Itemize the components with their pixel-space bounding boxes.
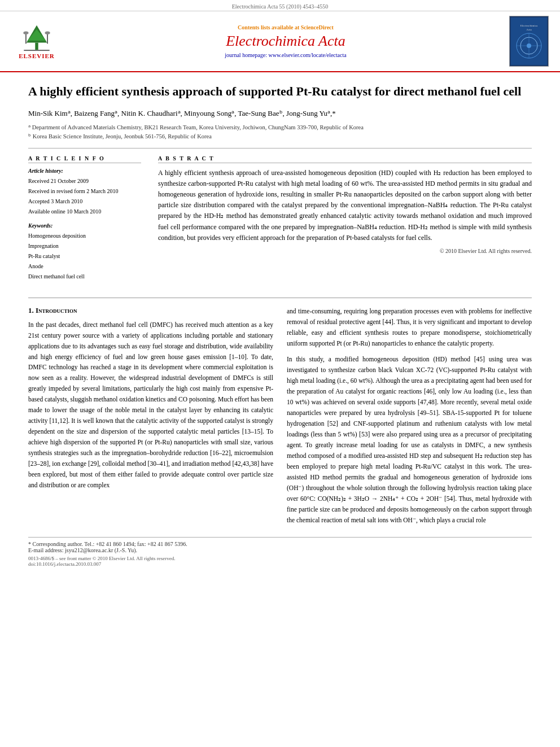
keywords-label: Keywords:	[28, 222, 141, 229]
accepted-line: Accepted 3 March 2010	[28, 196, 141, 207]
available-line: Available online 10 March 2010	[28, 207, 141, 217]
article-content: A highly efficient synthesis approach of…	[0, 72, 560, 578]
svg-text:Acta: Acta	[526, 28, 532, 31]
homepage-label: journal homepage:	[225, 52, 267, 58]
body-columns: 1. Introduction In the past decades, dir…	[28, 298, 532, 526]
svg-rect-5	[47, 33, 48, 43]
doi-line: doi:10.1016/j.electacta.2010.03.007	[28, 561, 532, 567]
svg-rect-0	[35, 43, 38, 50]
received-line: Received 21 October 2009	[28, 176, 141, 186]
keyword-item: Impregnation	[28, 241, 141, 251]
top-bar: Electrochimica Acta 55 (2010) 4543–4550	[0, 0, 560, 11]
footnote-area: * Corresponding author. Tel.: +82 41 860…	[28, 537, 532, 567]
keyword-item: Direct methanol fuel cell	[28, 272, 141, 282]
column-right: and time-consuming, requiring long prepa…	[287, 306, 532, 526]
authors-line: Min-Sik Kimᵃ, Baizeng Fangᵃ, Nitin K. Ch…	[28, 108, 532, 119]
elsevier-logo: ELSEVIER	[11, 23, 62, 59]
affiliation-a: ᵃ Department of Advanced Materials Chemi…	[28, 123, 532, 132]
authors-text: Min-Sik Kimᵃ, Baizeng Fangᵃ, Nitin K. Ch…	[28, 109, 336, 117]
keywords-list: Homogeneous depositionImpregnationPt-Ru …	[28, 231, 141, 282]
contents-label: Contents lists available at	[238, 24, 299, 30]
sciencedirect-line: Contents lists available at ScienceDirec…	[73, 24, 498, 30]
journal-cover: Electrochimica Acta	[509, 16, 549, 67]
issn-line: 0013-4686/$ – see front matter © 2010 El…	[28, 556, 532, 561]
svg-rect-7	[24, 50, 49, 51]
intro-heading: 1. Introduction	[28, 306, 273, 315]
footnote-email: E-mail address: jsyu212@korea.ac.kr (J.-…	[28, 547, 532, 553]
journal-center: Contents lists available at ScienceDirec…	[73, 24, 498, 58]
article-history: Article history: Received 21 October 200…	[28, 168, 141, 217]
journal-header: ELSEVIER Contents lists available at Sci…	[0, 11, 560, 72]
abstract-text: A highly efficient synthesis approach of…	[158, 168, 532, 243]
intro-text-left: In the past decades, direct methanol fue…	[28, 320, 273, 491]
keyword-item: Anode	[28, 261, 141, 272]
history-label: Article history:	[28, 168, 141, 174]
cover-image: Electrochimica Acta	[509, 16, 549, 67]
svg-point-16	[527, 43, 531, 48]
intro-text-right: and time-consuming, requiring long prepa…	[287, 306, 532, 526]
info-abstract-row: A R T I C L E I N F O Article history: R…	[28, 148, 532, 287]
affiliation-b: ᵇ Korea Basic Science Institute, Jeonju,…	[28, 132, 532, 141]
elsevier-label: ELSEVIER	[19, 53, 55, 59]
svg-text:Electrochimica: Electrochimica	[520, 24, 538, 27]
sciencedirect-name: ScienceDirect	[301, 24, 334, 30]
copyright-line: © 2010 Elsevier Ltd. All rights reserved…	[158, 248, 532, 254]
keyword-item: Homogeneous deposition	[28, 231, 141, 241]
journal-title: Electrochimica Acta	[73, 33, 498, 50]
journal-citation: Electrochimica Acta 55 (2010) 4543–4550	[232, 3, 329, 10]
svg-marker-2	[28, 29, 46, 41]
intro-paragraph: In this study, a modified homogeneous de…	[287, 354, 532, 526]
svg-point-4	[23, 32, 28, 34]
article-title: A highly efficient synthesis approach of…	[28, 84, 532, 100]
journal-homepage: journal homepage: www.elsevier.com/locat…	[73, 52, 498, 58]
elsevier-tree-icon	[20, 23, 54, 51]
homepage-url: www.elsevier.com/locate/electacta	[269, 52, 347, 58]
received-date: Received 21 October 2009 Received in rev…	[28, 176, 141, 217]
revised-line: Received in revised form 2 March 2010	[28, 186, 141, 196]
article-info: A R T I C L E I N F O Article history: R…	[28, 155, 141, 287]
affiliations: ᵃ Department of Advanced Materials Chemi…	[28, 123, 532, 141]
abstract-section: A B S T R A C T A highly efficient synth…	[158, 155, 532, 287]
article-info-label: A R T I C L E I N F O	[28, 155, 141, 163]
column-left: 1. Introduction In the past decades, dir…	[28, 306, 273, 526]
svg-rect-3	[25, 33, 27, 43]
svg-point-6	[45, 32, 50, 34]
footnote-corresponding: * Corresponding author. Tel.: +82 41 860…	[28, 541, 532, 547]
intro-paragraph: and time-consuming, requiring long prepa…	[287, 306, 532, 349]
keywords-section: Keywords: Homogeneous depositionImpregna…	[28, 222, 141, 282]
keyword-item: Pt-Ru catalyst	[28, 251, 141, 261]
abstract-label: A B S T R A C T	[158, 155, 532, 163]
